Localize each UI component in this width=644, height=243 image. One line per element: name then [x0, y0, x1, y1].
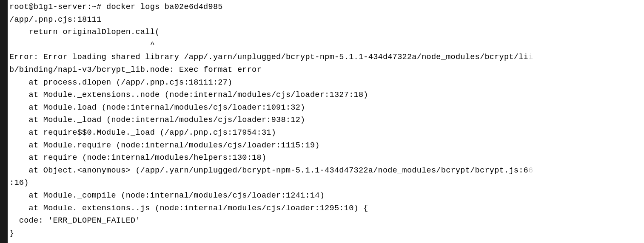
terminal-line: at Module._compile (node:internal/module… [9, 189, 644, 202]
terminal-line: at require (node:internal/modules/helper… [9, 152, 644, 164]
terminal-command: docker logs ba02e6d4d985 [106, 3, 223, 11]
terminal-line: at process.dlopen (/app/.pnp.cjs:18111:2… [9, 76, 644, 89]
terminal-line: /app/.pnp.cjs:18111 [9, 14, 644, 26]
terminal-line-overflow: i [528, 53, 533, 62]
terminal-output[interactable]: root@b1g1-server:~# docker logs ba02e6d4… [8, 0, 644, 243]
terminal-line: b/binding/napi-v3/bcrypt_lib.node: Exec … [9, 64, 644, 76]
terminal-line-text: at Object.<anonymous> (/app/.yarn/unplug… [9, 166, 528, 175]
terminal-line: at Module._load (node:internal/modules/c… [9, 114, 644, 127]
terminal-line: :16) [9, 177, 644, 189]
terminal-line: at Module.load (node:internal/modules/cj… [9, 102, 644, 114]
terminal-line: code: 'ERR_DLOPEN_FAILED' [9, 215, 644, 227]
terminal-line: at require$$0.Module._load (/app/.pnp.cj… [9, 127, 644, 139]
terminal-line: } [9, 227, 644, 240]
terminal-line: ^ [9, 39, 644, 51]
terminal-command-line: root@b1g1-server:~# docker logs ba02e6d4… [9, 1, 644, 14]
terminal-line-overflow: 6 [528, 166, 533, 175]
terminal-prompt: root@b1g1-server:~# [9, 3, 106, 11]
terminal-line: at Object.<anonymous> (/app/.yarn/unplug… [9, 164, 644, 177]
terminal-line: Error: Error loading shared library /app… [9, 51, 644, 64]
terminal-line-text: Error: Error loading shared library /app… [9, 53, 528, 62]
terminal-line: at Module.require (node:internal/modules… [9, 139, 644, 152]
terminal-line: at Module._extensions..node (node:intern… [9, 89, 644, 102]
terminal-line: at Module._extensions..js (node:internal… [9, 202, 644, 215]
terminal-gutter [0, 0, 8, 243]
terminal-line: return originalDlopen.call( [9, 26, 644, 39]
